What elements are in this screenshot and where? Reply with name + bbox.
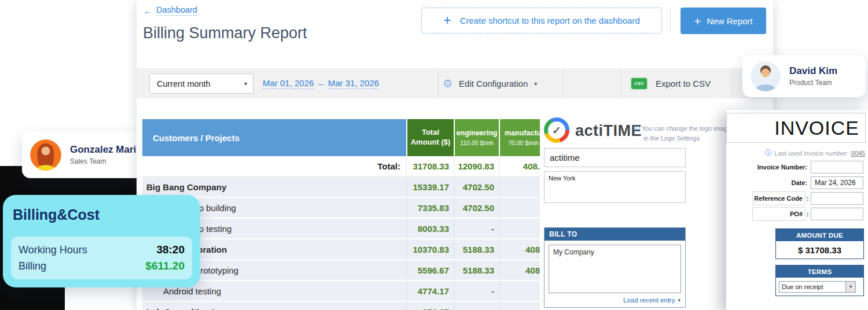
back-to-dashboard-link[interactable]: ← Dashboard: [144, 5, 197, 16]
amount-due-box: AMOUNT DUE $ 31708.33: [775, 228, 864, 259]
new-report-button[interactable]: + New Report: [681, 8, 766, 34]
po-colon: :: [807, 211, 809, 217]
billing-value: $611.20: [145, 260, 185, 272]
table-row: Lab Consulting Inc 651.67: [142, 302, 540, 310]
backdrop-dark-bottom: [0, 287, 65, 310]
date-separator: –: [318, 79, 323, 88]
invoice-date-label: Date:: [726, 179, 807, 186]
table-total-row: Total: 31708.33 12090.83 408.: [142, 156, 540, 177]
period-caret-icon: ▾: [244, 80, 247, 87]
date-range: Mar 01, 2026 – Mar 31, 2026: [263, 68, 379, 98]
edit-config-caret-icon: ▾: [534, 80, 537, 87]
terms-select[interactable]: Due on receipt ▾: [779, 281, 856, 293]
invoice-info-icon: ⓘ: [765, 148, 772, 158]
working-hours-label: Working Hours: [19, 244, 87, 256]
terms-header: TERMS: [776, 265, 863, 278]
table-row: Spaceship testing 8003.33 -: [142, 219, 540, 238]
working-hours-value: 38:20: [156, 243, 185, 256]
toolbar-divider: [562, 68, 563, 98]
new-report-label: New Report: [707, 16, 753, 26]
billing-row: Billing $611.20: [19, 258, 185, 274]
column-header-manufacturing: manufacturing 70.00 $/mh: [499, 119, 540, 156]
bill-to-header: BILL TO: [545, 228, 685, 241]
header-divider: [670, 8, 671, 34]
po-label-input[interactable]: PO#: [752, 207, 806, 221]
invoice-number-input[interactable]: [811, 161, 863, 174]
invoice-preview: INVOICE ⓘ Last used invoice number: 0045…: [726, 110, 868, 310]
toolbar-divider: [621, 68, 621, 98]
invoice-title: INVOICE: [726, 113, 866, 143]
column-header-customers: Customers / Projects: [142, 119, 406, 156]
page-title: Billing Summary Report: [143, 24, 307, 42]
user-team: Product Team: [789, 79, 837, 87]
company-address-input[interactable]: New York: [544, 171, 686, 203]
export-csv-button[interactable]: CSV Export to CSV: [631, 68, 711, 98]
total-engineering: 12090.83: [458, 161, 499, 171]
amount-due-header: AMOUNT DUE: [776, 229, 863, 241]
invoice-date-input[interactable]: Mar 24, 2026: [811, 176, 863, 189]
table-row: Spaceship building 7335.83 4702.50: [142, 198, 540, 217]
logo-settings-note: ⓘYou can change the logo image in the Lo…: [633, 123, 731, 143]
maria-avatar: [30, 139, 61, 171]
table-row: Galaxy Corporation 10370.83 5188.33 408: [142, 239, 540, 259]
date-to-link[interactable]: Mar 31, 2026: [328, 78, 379, 89]
total-label: Total:: [142, 161, 406, 171]
invoice-number-label: Invoice Number:: [726, 164, 807, 171]
toolbar-divider: [732, 68, 733, 98]
user-name: Gonzalez Maria: [70, 144, 142, 156]
create-shortcut-button[interactable]: + Create shortcut to this report on the …: [421, 8, 662, 34]
logo-check-icon: ✓: [552, 124, 561, 137]
app-logo-text: actiTIME: [575, 122, 642, 140]
period-select[interactable]: Current month ▾: [149, 73, 253, 94]
last-used-invoice-note: ⓘ Last used invoice number: 0045: [765, 148, 865, 158]
bill-to-section: BILL TO My Company Load recent entry ▾: [544, 227, 686, 308]
amount-due-value: $ 31708.33: [776, 241, 863, 259]
reference-code-label-input[interactable]: Reference Code: [752, 191, 806, 205]
working-hours-row: Working Hours 38:20: [19, 242, 185, 258]
plus-icon: +: [443, 14, 451, 27]
edit-configuration-label: Edit Configuration: [459, 79, 528, 88]
report-toolbar: Current month ▾ Mar 01, 2026 – Mar 31, 2…: [137, 68, 773, 98]
po-input[interactable]: [811, 208, 863, 220]
create-shortcut-label: Create shortcut to this report on the da…: [460, 16, 640, 25]
user-card-maria: Gonzalez Maria Sales Team: [22, 131, 146, 178]
reference-code-colon: :: [807, 195, 809, 202]
billing-label: Billing: [19, 260, 46, 272]
user-card-david: David Kim Product Team: [742, 55, 866, 97]
load-recent-caret-icon: ▾: [678, 297, 681, 303]
load-recent-entry-link[interactable]: Load recent entry ▾: [623, 297, 681, 304]
new-report-plus-icon: +: [694, 15, 701, 27]
date-from-link[interactable]: Mar 01, 2026: [263, 78, 314, 89]
terms-caret-icon: ▾: [845, 282, 855, 292]
toolbar-divider: [438, 68, 439, 98]
period-select-value: Current month: [157, 79, 211, 88]
table-row: Big Bang Company 15339.17 4702.50: [142, 177, 540, 197]
table-row: Android prototyping 5596.67 5188.33 408: [142, 260, 540, 280]
widget-stats-box: Working Hours 38:20 Billing $611.20: [11, 237, 192, 279]
last-used-invoice-number-link[interactable]: 0045: [851, 150, 865, 157]
widget-title: Billing&Cost: [13, 206, 200, 223]
column-header-engineering: engineering 110.00 $/mh: [454, 119, 499, 156]
export-csv-label: Export to CSV: [656, 79, 711, 88]
back-arrow-icon: ←: [144, 6, 152, 16]
user-team: Sales Team: [70, 157, 142, 165]
total-amount: 31708.33: [413, 161, 454, 171]
logo-clock-icon: ✓: [544, 117, 569, 143]
total-manufacturing: 408.: [499, 161, 540, 171]
report-panel: ← Dashboard Billing Summary Report + Cre…: [137, 0, 773, 310]
bill-to-input[interactable]: My Company: [549, 245, 681, 293]
david-avatar: [751, 61, 781, 91]
billing-cost-widget: Billing&Cost Working Hours 38:20 Billing…: [3, 195, 200, 287]
csv-icon: CSV: [631, 78, 647, 89]
back-link-label: Dashboard: [156, 5, 197, 16]
company-name-input[interactable]: actitime: [544, 148, 686, 167]
column-header-total-amount: Total Amount ($): [406, 119, 454, 156]
user-name: David Kim: [789, 65, 837, 77]
table-row: Android testing 4774.17 -: [142, 281, 540, 301]
reference-code-input[interactable]: [811, 192, 863, 205]
table-header-row: Customers / Projects Total Amount ($) en…: [142, 119, 540, 156]
terms-box: TERMS Due on receipt ▾: [775, 265, 864, 296]
logo-info-icon: ⓘ: [633, 124, 640, 132]
terms-select-value: Due on receipt: [782, 283, 823, 290]
edit-configuration-button[interactable]: ⚙ Edit Configuration ▾: [443, 68, 537, 98]
